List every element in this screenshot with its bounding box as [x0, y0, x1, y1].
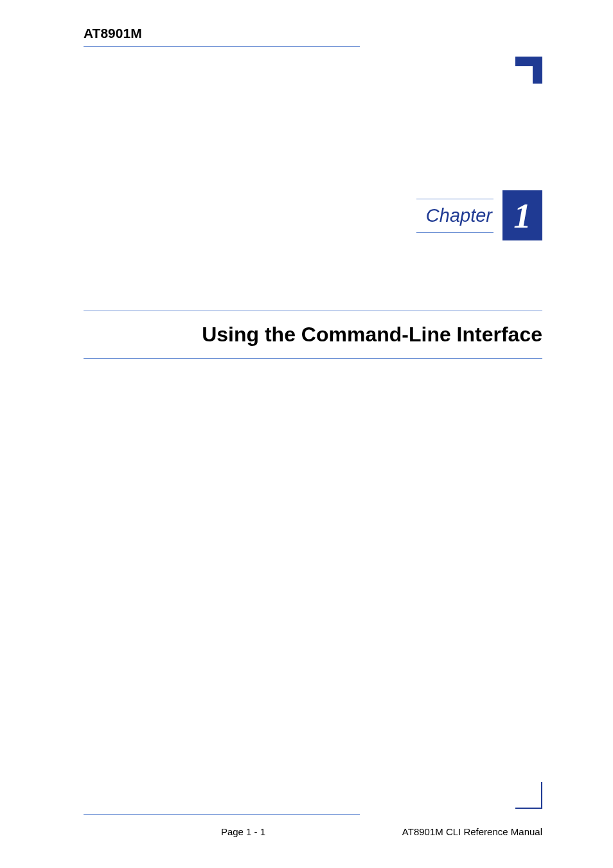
- title-rule-bottom: [84, 358, 542, 359]
- corner-decoration-bottom: [515, 782, 542, 809]
- page: AT8901M Chapter 1 Using the Command-Line…: [0, 0, 613, 868]
- corner-decoration-top: [515, 57, 542, 84]
- header-rule: [84, 46, 360, 47]
- chapter-title-block: Using the Command-Line Interface: [84, 311, 542, 359]
- product-model: AT8901M: [84, 26, 542, 41]
- footer-page-number: Page 1 - 1: [84, 826, 313, 837]
- chapter-label-wrap: Chapter: [416, 199, 493, 233]
- chapter-title: Using the Command-Line Interface: [84, 311, 542, 358]
- footer-rule: [84, 814, 360, 815]
- footer-manual-name: AT8901M CLI Reference Manual: [313, 826, 542, 837]
- chapter-label-rule-bottom: [416, 232, 493, 233]
- chapter-label: Chapter: [416, 199, 493, 232]
- page-footer: Page 1 - 1 AT8901M CLI Reference Manual: [84, 814, 542, 837]
- chapter-indicator: Chapter 1: [416, 190, 542, 240]
- chapter-number: 1: [502, 190, 542, 240]
- page-header: AT8901M: [84, 26, 542, 47]
- footer-row: Page 1 - 1 AT8901M CLI Reference Manual: [84, 826, 542, 837]
